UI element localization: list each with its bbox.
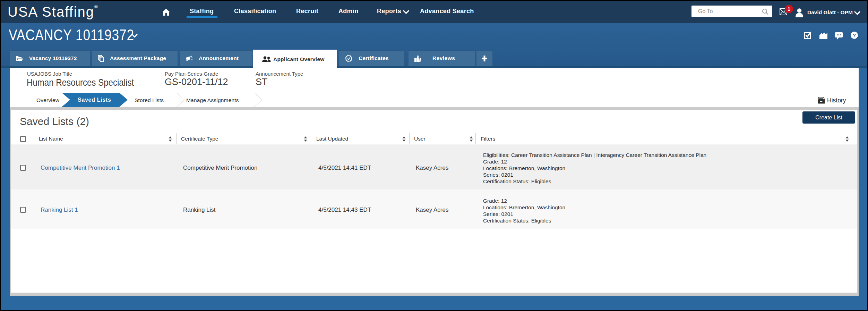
svg-text:?: ? (853, 32, 856, 38)
